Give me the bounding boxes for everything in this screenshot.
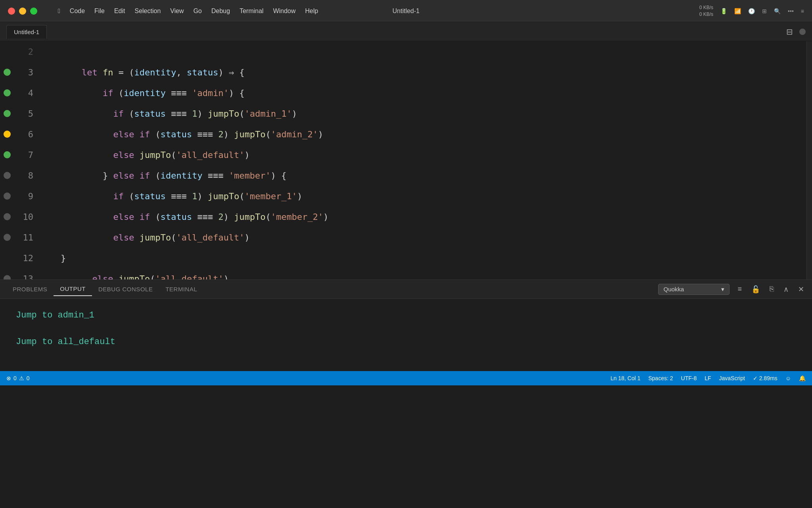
output-content: Jump to admin_1 Jump to all_default bbox=[0, 299, 812, 371]
menu-view[interactable]: View bbox=[166, 6, 188, 16]
code-11: else jumpTo('all_default') bbox=[40, 223, 250, 252]
menu-list-icon: ≡ bbox=[801, 8, 804, 14]
titlebar-right: 0 KB/s 0 KB/s 🔋 📶 🕐 ⊞ 🔍 ••• ≡ bbox=[699, 4, 804, 18]
bp-6 bbox=[0, 131, 14, 138]
menu-bar:  Code File Edit Selection View Go Debug… bbox=[54, 6, 322, 16]
menu-help[interactable]: Help bbox=[301, 6, 322, 16]
tab-bar: Untitled-1 ⊟ bbox=[0, 22, 812, 41]
editor-tab[interactable]: Untitled-1 bbox=[6, 25, 47, 38]
tab-output[interactable]: OUTPUT bbox=[54, 282, 92, 296]
error-count: 0 bbox=[13, 375, 17, 381]
warning-count: 0 bbox=[27, 375, 30, 381]
control-center-icon: ⊞ bbox=[762, 8, 767, 14]
linenum-4: 4 bbox=[14, 88, 40, 98]
editor-scrollbar[interactable] bbox=[806, 41, 812, 279]
menu-go[interactable]: Go bbox=[190, 6, 206, 16]
line-row-13: 13 else jumpTo('all_default') bbox=[0, 268, 806, 279]
code-13: else jumpTo('all_default') bbox=[40, 264, 229, 280]
wifi-icon: 📶 bbox=[734, 8, 741, 14]
network-info: 0 KB/s 0 KB/s bbox=[699, 4, 713, 18]
line-row-11: 11 else jumpTo('all_default') bbox=[0, 227, 806, 248]
warning-icon: ⚠ bbox=[19, 375, 24, 381]
linenum-11: 11 bbox=[14, 233, 40, 242]
output-line-2: Jump to all_default bbox=[16, 335, 796, 349]
tab-label: Untitled-1 bbox=[14, 29, 39, 35]
more-icon: ••• bbox=[788, 8, 794, 14]
line-row-2: 2 bbox=[0, 41, 812, 62]
network-down: 0 KB/s bbox=[699, 11, 713, 18]
tab-debug-console[interactable]: DEBUG CONSOLE bbox=[92, 283, 159, 296]
panel-tabs: PROBLEMS OUTPUT DEBUG CONSOLE TERMINAL Q… bbox=[0, 280, 812, 299]
bp-7 bbox=[0, 151, 14, 158]
linenum-7: 7 bbox=[14, 150, 40, 160]
status-line-ending[interactable]: LF bbox=[705, 375, 711, 381]
split-editor-icon[interactable]: ⊟ bbox=[786, 27, 793, 37]
bp-9 bbox=[0, 192, 14, 200]
bp-3 bbox=[0, 69, 14, 76]
linenum-6: 6 bbox=[14, 129, 40, 139]
linenum-5: 5 bbox=[14, 109, 40, 119]
menu-edit[interactable]: Edit bbox=[110, 6, 129, 16]
linenum-2: 2 bbox=[14, 47, 40, 57]
close-panel-icon[interactable]: ✕ bbox=[797, 283, 806, 295]
code-12: } bbox=[40, 253, 66, 263]
editor-area: 2 3 let fn = (identity, status) ⇒ { 4 if… bbox=[0, 41, 812, 279]
status-encoding[interactable]: UTF-8 bbox=[681, 375, 697, 381]
status-position[interactable]: Ln 18, Col 1 bbox=[611, 375, 641, 381]
bp-10 bbox=[0, 213, 14, 220]
titlebar-left:  Code File Edit Selection View Go Debug… bbox=[8, 6, 322, 16]
traffic-lights bbox=[8, 8, 37, 15]
status-timing: ✓ 2.89ms bbox=[753, 375, 778, 381]
bp-5 bbox=[0, 110, 14, 117]
linenum-13: 13 bbox=[14, 274, 40, 280]
chevron-up-icon[interactable]: ∧ bbox=[782, 283, 790, 295]
linenum-3: 3 bbox=[14, 67, 40, 77]
lock-icon[interactable]: 🔓 bbox=[750, 283, 762, 295]
menu-apple[interactable]:  bbox=[54, 6, 64, 16]
copy-icon[interactable]: ⎘ bbox=[768, 283, 776, 295]
smiley-icon[interactable]: ☺ bbox=[785, 375, 791, 381]
maximize-button[interactable] bbox=[30, 8, 37, 15]
bp-13 bbox=[0, 275, 14, 279]
output-panel: PROBLEMS OUTPUT DEBUG CONSOLE TERMINAL Q… bbox=[0, 279, 812, 371]
chevron-down-icon: ▾ bbox=[721, 286, 724, 293]
menu-debug[interactable]: Debug bbox=[207, 6, 234, 16]
menu-file[interactable]: File bbox=[90, 6, 109, 16]
status-right: Ln 18, Col 1 Spaces: 2 UTF-8 LF JavaScri… bbox=[611, 375, 806, 381]
clock-icon: 🕐 bbox=[748, 8, 755, 14]
bp-8 bbox=[0, 172, 14, 179]
window-title: Untitled-1 bbox=[393, 8, 419, 15]
linenum-9: 9 bbox=[14, 191, 40, 201]
error-icon: ⊗ bbox=[6, 375, 11, 381]
bp-11 bbox=[0, 234, 14, 241]
status-errors[interactable]: ⊗ 0 ⚠ 0 bbox=[6, 375, 30, 381]
status-left: ⊗ 0 ⚠ 0 bbox=[6, 375, 30, 381]
tab-terminal[interactable]: TERMINAL bbox=[159, 283, 203, 296]
panel-action-icons: ≡ 🔓 ⎘ ∧ ✕ bbox=[736, 283, 806, 295]
linenum-10: 10 bbox=[14, 212, 40, 222]
status-spaces[interactable]: Spaces: 2 bbox=[648, 375, 673, 381]
linenum-12: 12 bbox=[14, 253, 40, 263]
bell-icon[interactable]: 🔔 bbox=[799, 375, 806, 381]
editor-dot bbox=[799, 29, 806, 35]
network-up: 0 KB/s bbox=[699, 4, 713, 11]
list-icon[interactable]: ≡ bbox=[736, 283, 743, 295]
tab-problems[interactable]: PROBLEMS bbox=[6, 283, 54, 296]
close-button[interactable] bbox=[8, 8, 15, 15]
minimize-button[interactable] bbox=[19, 8, 26, 15]
dropdown-label: Quokka bbox=[663, 286, 684, 292]
status-language[interactable]: JavaScript bbox=[719, 375, 745, 381]
menu-selection[interactable]: Selection bbox=[130, 6, 165, 16]
bp-4 bbox=[0, 89, 14, 96]
output-line-1: Jump to admin_1 bbox=[16, 308, 796, 322]
titlebar:  Code File Edit Selection View Go Debug… bbox=[0, 0, 812, 22]
spotlight-icon: 🔍 bbox=[774, 8, 781, 14]
code-lines[interactable]: 3 let fn = (identity, status) ⇒ { 4 if (… bbox=[0, 62, 806, 279]
menu-code[interactable]: Code bbox=[66, 6, 89, 16]
output-source-dropdown[interactable]: Quokka ▾ bbox=[658, 284, 730, 295]
status-bar: ⊗ 0 ⚠ 0 Ln 18, Col 1 Spaces: 2 UTF-8 LF … bbox=[0, 371, 812, 385]
menu-terminal[interactable]: Terminal bbox=[236, 6, 267, 16]
linenum-8: 8 bbox=[14, 171, 40, 181]
battery-icon: 🔋 bbox=[720, 8, 727, 14]
menu-window[interactable]: Window bbox=[269, 6, 300, 16]
